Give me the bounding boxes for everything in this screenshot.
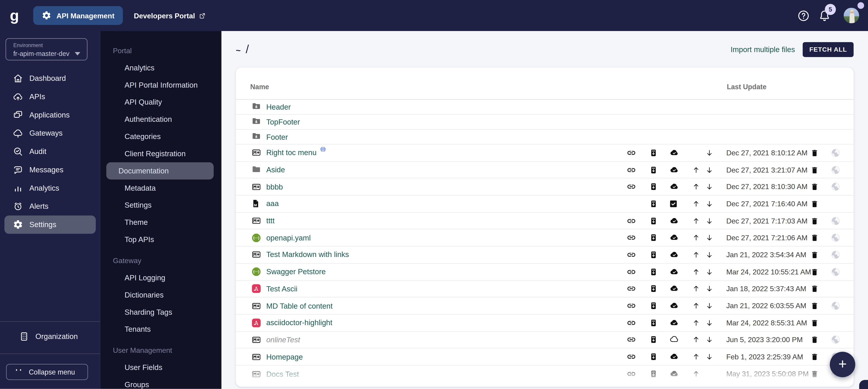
page-name-link[interactable]: Homepage xyxy=(266,353,303,361)
sidebar-item-organization[interactable]: Organization xyxy=(4,324,96,349)
subnav-item-dictionaries[interactable]: Dictionaries xyxy=(106,287,214,304)
import-page-button[interactable] xyxy=(650,182,657,192)
delete-button[interactable] xyxy=(810,267,819,277)
page-name-link[interactable]: bbbb xyxy=(266,183,283,191)
import-multiple-files-link[interactable]: Import multiple files xyxy=(731,45,795,54)
sidebar-item-audit[interactable]: Audit xyxy=(4,143,96,161)
import-page-button[interactable] xyxy=(650,250,657,260)
copy-link-button[interactable] xyxy=(626,369,636,379)
move-up-button[interactable] xyxy=(692,352,700,361)
sidebar-item-apis[interactable]: APIs xyxy=(4,88,96,106)
page-name-link[interactable]: Aside xyxy=(266,166,285,174)
page-name-link[interactable]: Header xyxy=(266,103,291,111)
gravitee-logo[interactable]: g xyxy=(2,7,27,24)
import-page-button[interactable] xyxy=(650,369,657,379)
published-cloud-icon[interactable] xyxy=(669,318,680,327)
move-down-button[interactable] xyxy=(705,318,714,327)
subnav-item-user-fields[interactable]: User Fields xyxy=(106,359,214,376)
published-cloud-icon[interactable] xyxy=(669,285,680,293)
move-down-button[interactable] xyxy=(705,199,714,208)
published-cloud-icon[interactable] xyxy=(669,165,680,174)
subnav-item-theme[interactable]: Theme xyxy=(106,214,214,231)
app-switcher-api-management[interactable]: API Management xyxy=(33,6,123,25)
delete-button[interactable] xyxy=(810,369,819,379)
collapse-menu-button[interactable]: Collapse menu xyxy=(6,364,88,380)
move-up-button[interactable] xyxy=(692,234,700,242)
copy-link-button[interactable] xyxy=(626,216,636,226)
published-cloud-icon[interactable] xyxy=(669,216,680,225)
move-up-button[interactable] xyxy=(692,267,700,276)
move-down-button[interactable] xyxy=(705,148,714,157)
copy-link-button[interactable] xyxy=(626,335,636,345)
page-name-link[interactable]: Swagger Petstore xyxy=(266,268,326,276)
subnav-item-groups[interactable]: Groups xyxy=(106,376,214,389)
notifications-button[interactable]: 5 xyxy=(818,9,831,22)
page-name-link[interactable]: Docs Test xyxy=(266,370,299,378)
copy-link-button[interactable] xyxy=(626,250,636,260)
page-name-link[interactable]: openapi.yaml xyxy=(266,234,311,242)
delete-button[interactable] xyxy=(810,335,819,345)
delete-button[interactable] xyxy=(810,199,819,209)
move-down-button[interactable] xyxy=(705,267,714,276)
move-down-button[interactable] xyxy=(705,352,714,361)
copy-link-button[interactable] xyxy=(626,352,636,362)
page-name-link[interactable]: tttt xyxy=(266,217,275,225)
published-cloud-icon[interactable] xyxy=(669,250,680,259)
publish-globe-icon[interactable] xyxy=(831,250,840,260)
copy-link-button[interactable] xyxy=(626,233,636,242)
page-name-link[interactable]: aaa xyxy=(266,200,279,208)
subnav-item-api-logging[interactable]: API Logging xyxy=(106,269,214,287)
import-page-button[interactable] xyxy=(650,267,657,277)
move-up-button[interactable] xyxy=(692,318,700,327)
copy-link-button[interactable] xyxy=(626,165,636,175)
move-down-button[interactable] xyxy=(705,335,714,344)
move-up-button[interactable] xyxy=(692,216,700,225)
delete-button[interactable] xyxy=(810,318,819,328)
move-up-button[interactable] xyxy=(692,335,700,344)
delete-button[interactable] xyxy=(810,284,819,294)
subnav-item-categories[interactable]: Categories xyxy=(106,128,214,145)
delete-button[interactable] xyxy=(810,352,819,362)
publish-globe-icon[interactable] xyxy=(831,148,840,158)
move-down-button[interactable] xyxy=(705,165,714,174)
sidebar-item-analytics[interactable]: Analytics xyxy=(4,179,96,197)
move-down-button[interactable] xyxy=(705,182,714,191)
subnav-item-top-apis[interactable]: Top APIs xyxy=(106,231,214,248)
page-name-link[interactable]: onlineTest xyxy=(266,335,300,344)
import-page-button[interactable] xyxy=(650,318,657,328)
publish-globe-icon[interactable] xyxy=(831,267,840,277)
move-up-button[interactable] xyxy=(692,369,700,378)
subnav-item-settings[interactable]: Settings xyxy=(106,197,214,214)
move-up-button[interactable] xyxy=(692,301,700,310)
import-page-button[interactable] xyxy=(650,165,657,175)
import-page-button[interactable] xyxy=(650,335,657,345)
delete-button[interactable] xyxy=(810,301,819,311)
copy-link-button[interactable] xyxy=(626,267,636,277)
import-page-button[interactable] xyxy=(650,233,657,243)
publish-globe-icon[interactable] xyxy=(831,335,840,345)
import-page-button[interactable] xyxy=(650,284,657,294)
delete-button[interactable] xyxy=(810,216,819,226)
move-down-button[interactable] xyxy=(705,285,714,293)
move-down-button[interactable] xyxy=(705,234,714,242)
delete-button[interactable] xyxy=(810,165,819,175)
move-down-button[interactable] xyxy=(705,216,714,225)
page-name-link[interactable]: MD Table of content xyxy=(266,302,333,310)
fetch-all-button[interactable]: FETCH ALL xyxy=(803,42,854,57)
move-up-button[interactable] xyxy=(692,199,700,208)
copy-link-button[interactable] xyxy=(626,301,636,311)
breadcrumb-home[interactable]: ~ xyxy=(236,46,241,55)
published-cloud-icon[interactable] xyxy=(669,301,680,310)
delete-button[interactable] xyxy=(810,148,819,158)
unpublished-cloud-icon[interactable] xyxy=(669,335,680,344)
move-up-button[interactable] xyxy=(692,182,700,191)
publish-globe-icon[interactable] xyxy=(831,216,840,226)
user-menu[interactable] xyxy=(843,8,859,23)
import-page-button[interactable] xyxy=(650,301,657,311)
copy-link-button[interactable] xyxy=(626,318,636,328)
published-cloud-icon[interactable] xyxy=(669,182,680,191)
subnav-item-analytics[interactable]: Analytics xyxy=(106,59,214,77)
published-cloud-icon[interactable] xyxy=(669,148,680,157)
subnav-item-api-quality[interactable]: API Quality xyxy=(106,93,214,111)
checked-box-icon[interactable] xyxy=(669,199,678,209)
